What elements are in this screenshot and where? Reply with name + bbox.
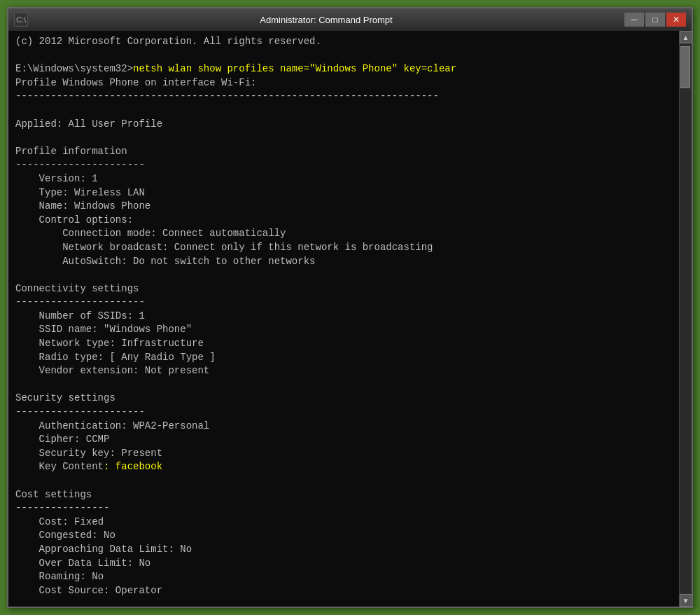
cost-source-value: : Operator bbox=[104, 585, 162, 596]
command-text: netsh wlan show profiles name="Windows P… bbox=[133, 63, 456, 74]
titlebar-center: Administrator: Command Prompt bbox=[28, 13, 624, 26]
radio-type-value: : [ Any Radio Type ] bbox=[98, 352, 216, 363]
conn-mode-line: Connection mode: Connect automatically bbox=[15, 227, 672, 241]
cost-source-label: Cost Source bbox=[15, 585, 104, 596]
cipher-line: Cipher: CCMP bbox=[15, 433, 672, 447]
cipher-label: Cipher bbox=[15, 434, 74, 445]
key-content-line: Key Content: facebook bbox=[15, 460, 672, 474]
num-ssids-value: : 1 bbox=[127, 310, 145, 322]
blank-line-6 bbox=[15, 474, 672, 488]
approaching-label: Approaching Data Limit bbox=[15, 544, 168, 555]
blank-line-1 bbox=[15, 49, 672, 63]
security-header: Security settings bbox=[15, 392, 672, 406]
blank-line-3 bbox=[15, 131, 672, 145]
scrollbar[interactable]: ▲ ▼ bbox=[679, 31, 692, 607]
applied-line: Applied: All User Profile bbox=[15, 118, 672, 132]
close-button[interactable]: ✕ bbox=[666, 13, 686, 27]
key-content-label: Key Content bbox=[15, 461, 104, 472]
network-type-label: Network type bbox=[15, 338, 109, 349]
version-label: Version bbox=[15, 173, 80, 184]
blank-line-2 bbox=[15, 104, 672, 118]
type-value: : Wireless LAN bbox=[62, 187, 145, 198]
ssid-name-line: SSID name: "Windows Phone" bbox=[15, 323, 672, 337]
vendor-ext-line: Vendor extension: Not present bbox=[15, 364, 672, 378]
over-limit-label: Over Data Limit bbox=[15, 558, 127, 569]
blank-line-7 bbox=[15, 597, 672, 607]
vendor-ext-value: : Not present bbox=[133, 365, 209, 376]
num-ssids-label: Number of SSIDs bbox=[15, 310, 127, 322]
scroll-up-arrow[interactable]: ▲ bbox=[680, 31, 692, 43]
roaming-line: Roaming: No bbox=[15, 570, 672, 584]
type-line: Type: Wireless LAN bbox=[15, 186, 672, 200]
security-key-value: : Present bbox=[109, 448, 162, 459]
control-label: Control options bbox=[15, 214, 127, 226]
name-value: : Windows Phone bbox=[62, 200, 150, 212]
profile-header: Profile Windows Phone on interface Wi-Fi… bbox=[15, 76, 672, 90]
separator1: ----------------------------------------… bbox=[15, 90, 672, 104]
auth-value: : WPA2-Personal bbox=[121, 420, 209, 431]
approaching-line: Approaching Data Limit: No bbox=[15, 543, 672, 557]
conn-mode-value: : Connect automatically bbox=[150, 228, 286, 239]
network-type-value: : Infrastructure bbox=[109, 338, 203, 349]
command-line: E:\Windows\system32>netsh wlan show prof… bbox=[15, 62, 672, 76]
terminal-output[interactable]: (c) 2012 Microsoft Corporation. All righ… bbox=[8, 31, 679, 607]
vendor-ext-label: Vendor extension bbox=[15, 365, 133, 376]
cost-header: Cost settings bbox=[15, 488, 672, 502]
separator2: ---------------------- bbox=[15, 158, 672, 172]
scroll-down-arrow[interactable]: ▼ bbox=[680, 594, 692, 607]
over-limit-value: : No bbox=[127, 558, 151, 569]
separator4: ---------------------- bbox=[15, 406, 672, 420]
cost-value: : Fixed bbox=[62, 516, 104, 527]
scroll-thumb[interactable] bbox=[680, 46, 690, 88]
version-value: : 1 bbox=[80, 173, 97, 184]
minimize-button[interactable]: ─ bbox=[624, 13, 644, 27]
autoswitch-value: : Do not switch to other networks bbox=[121, 256, 315, 267]
window-icon: C:\ bbox=[14, 13, 28, 27]
congested-value: : No bbox=[92, 530, 115, 541]
type-label: Type bbox=[15, 187, 62, 198]
version-line: Version: 1 bbox=[15, 172, 672, 186]
conn-mode-label: Connection mode bbox=[15, 228, 150, 239]
network-type-line: Network type: Infrastructure bbox=[15, 337, 672, 351]
autoswitch-label: AutoSwitch bbox=[15, 256, 121, 267]
separator3: ---------------------- bbox=[15, 296, 672, 310]
cost-label: Cost bbox=[15, 516, 62, 527]
titlebar-buttons: ─ □ ✕ bbox=[624, 13, 686, 27]
maximize-button[interactable]: □ bbox=[645, 13, 665, 27]
window-title: Administrator: Command Prompt bbox=[260, 15, 392, 25]
command-prompt-window: C:\ Administrator: Command Prompt ─ □ ✕ … bbox=[7, 7, 693, 608]
approaching-value: : No bbox=[168, 544, 192, 555]
cost-line: Cost: Fixed bbox=[15, 516, 672, 530]
num-ssids-line: Number of SSIDs: 1 bbox=[15, 310, 672, 324]
autoswitch-line: AutoSwitch: Do not switch to other netwo… bbox=[15, 255, 672, 269]
cost-source-line: Cost Source: Operator bbox=[15, 584, 672, 598]
key-content-value: : facebook bbox=[104, 461, 162, 472]
security-key-line: Security key: Present bbox=[15, 447, 672, 461]
ssid-name-value: : "Windows Phone" bbox=[92, 324, 192, 335]
content-area: (c) 2012 Microsoft Corporation. All righ… bbox=[8, 31, 692, 607]
name-line: Name: Windows Phone bbox=[15, 200, 672, 214]
roaming-label: Roaming bbox=[15, 571, 80, 582]
congested-label: Congested bbox=[15, 530, 92, 541]
scroll-track[interactable] bbox=[680, 43, 692, 594]
cipher-value: : CCMP bbox=[74, 434, 109, 445]
congested-line: Congested: No bbox=[15, 529, 672, 543]
radio-type-line: Radio type: [ Any Radio Type ] bbox=[15, 351, 672, 365]
security-key-label: Security key bbox=[15, 448, 109, 459]
name-label: Name bbox=[15, 200, 62, 212]
over-limit-line: Over Data Limit: No bbox=[15, 557, 672, 571]
blank-line-5 bbox=[15, 378, 672, 392]
roaming-value: : No bbox=[80, 571, 104, 582]
auth-line: Authentication: WPA2-Personal bbox=[15, 420, 672, 434]
control-line: Control options: bbox=[15, 214, 672, 228]
net-broadcast-value: : Connect only if this network is broadc… bbox=[162, 242, 433, 253]
copyright-line: (c) 2012 Microsoft Corporation. All righ… bbox=[15, 35, 672, 49]
blank-line-4 bbox=[15, 268, 672, 282]
auth-label: Authentication bbox=[15, 420, 121, 431]
radio-type-label: Radio type bbox=[15, 352, 98, 363]
profile-info-header: Profile information bbox=[15, 145, 672, 159]
net-broadcast-label: Network broadcast bbox=[15, 242, 162, 253]
titlebar: C:\ Administrator: Command Prompt ─ □ ✕ bbox=[8, 8, 692, 31]
titlebar-left: C:\ bbox=[14, 13, 28, 27]
prompt1: E:\Windows\system32> bbox=[15, 63, 133, 74]
